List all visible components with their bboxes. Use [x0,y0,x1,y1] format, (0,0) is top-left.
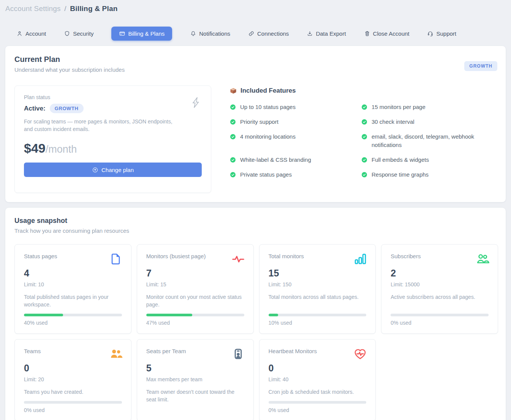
usage-card-description: Monitor count on your most active status… [146,293,244,308]
feature-item: email, slack, discord, telegram, webhook… [361,133,475,149]
download-icon [307,30,313,37]
tab-support[interactable]: Support [427,30,456,37]
usage-card-limit: Limit: 15 [146,281,244,287]
breadcrumb-section[interactable]: Account Settings [5,5,61,13]
users-filled-icon [109,347,123,361]
feature-item: White-label & CSS branding [229,156,343,164]
current-plan-card: Current Plan Understand what your subscr… [5,46,506,202]
included-features: Included Features Up to 10 status pages … [211,85,497,193]
plan-description: For scaling teams — more pages & monitor… [24,118,180,133]
check-circle-icon [361,156,368,163]
usage-card-value: 0 [24,363,122,374]
usage-card-percent: 0% used [269,407,367,413]
tab-label: Connections [257,30,289,37]
usage-card-title: Monitors (busiest page) [146,253,206,259]
tab-security[interactable]: Security [64,30,93,37]
tab-data-export[interactable]: Data Export [307,30,346,37]
usage-card-status-pages: Status pages 4 Limit: 10 Total published… [14,244,131,334]
usage-card-value: 15 [269,268,367,279]
progress-fill [146,314,192,316]
change-plan-label: Change plan [101,167,134,173]
bolt-icon [190,96,201,109]
heart-pulse-icon [353,347,367,361]
billing-page: Account Settings / Billing & Plan Accoun… [0,0,511,420]
usage-card-total-monitors: Total monitors 15 Limit: 150 Total monit… [259,244,376,334]
usage-card-percent: 0% used [24,407,122,413]
id-badge-icon [231,347,245,361]
tab-label: Close Account [373,30,410,37]
usage-card-value: 5 [146,363,244,374]
progress-track [24,314,122,316]
feature-item: 4 monitoring locations [229,133,343,149]
pulse-icon [231,252,245,266]
progress-track [146,314,244,316]
usage-card-value: 4 [24,268,122,279]
features-heading: Included Features [240,87,296,95]
check-circle-icon [229,171,236,178]
tab-connections[interactable]: Connections [248,30,289,37]
check-circle-icon [229,118,236,125]
check-circle-icon [361,104,368,111]
tab-label: Account [25,30,46,37]
plan-status-value: Active: [24,105,46,112]
progress-track [269,401,367,404]
usage-card-description: Cron job & scheduled task monitors. [269,388,367,396]
progress-fill [24,314,63,316]
usage-card-description: Total monitors across all status pages. [269,293,367,301]
progress-track [391,314,489,316]
progress-fill [269,314,278,316]
headset-icon [427,30,433,37]
tab-notifications[interactable]: Notifications [190,30,230,37]
usage-card-teams: Teams 0 Limit: 20 Teams you have created… [14,339,131,420]
usage-card-percent: 47% used [146,320,244,326]
breadcrumb: Account Settings / Billing & Plan [5,4,506,13]
feature-item: Priority support [229,118,343,126]
price-amount: $49 [24,141,46,155]
user-icon [16,30,23,37]
usage-card-percent: 10% used [269,320,367,326]
tab-billing-plans[interactable]: Billing & Plans [111,27,172,41]
tab-account[interactable]: Account [16,30,46,37]
feature-item: Response time graphs [361,171,475,179]
usage-card-title: Seats per Team [146,348,186,354]
trash-icon [364,30,370,37]
usage-card-description: Teams you have created. [24,388,122,396]
tab-label: Data Export [316,30,346,37]
feature-item: Up to 10 status pages [229,103,343,111]
feature-item: Full embeds & widgets [361,156,475,164]
current-plan-title: Current Plan [14,55,497,64]
breadcrumb-separator: / [64,5,66,13]
usage-card-percent: 40% used [24,320,122,326]
plan-status-label: Plan status [24,94,202,100]
plan-price: $49/month [24,141,202,156]
progress-track [24,401,122,404]
usage-card-seats-per-team: Seats per Team 5 Max members per team Te… [137,339,254,420]
usage-card-subscribers: Subscribers 2 Limit: 15000 Active subscr… [381,244,498,334]
settings-tabs: Account Security Billing & Plans Notific… [16,26,506,41]
usage-card-limit: Limit: 10 [24,281,122,287]
feature-item: Private status pages [229,171,343,179]
check-circle-icon [361,118,368,125]
usage-card-value: 7 [146,268,244,279]
tab-close-account[interactable]: Close Account [364,30,410,37]
file-icon [109,252,123,266]
usage-card-description: Total published status pages in your wor… [24,293,122,308]
change-plan-button[interactable]: Change plan [24,163,202,177]
usage-card-percent: 0% used [391,320,489,326]
usage-card-value: 0 [269,363,367,374]
usage-card-title: Subscribers [391,253,421,259]
feature-item: 15 monitors per page [361,103,475,111]
link-icon [248,30,255,37]
tab-label: Security [73,30,93,37]
tab-label: Billing & Plans [128,30,165,37]
usage-card-title: Status pages [24,253,57,259]
current-plan-subtitle: Understand what your subscription includ… [14,66,497,73]
price-period: /month [46,144,77,155]
bell-icon [190,30,196,37]
page-title: Billing & Plan [70,5,117,13]
usage-card-description: Team owner doesn't count toward the seat… [146,388,244,403]
usage-card-heartbeat-monitors: Heartbeat Monitors 0 Limit: 40 Cron job … [259,339,376,420]
usage-snapshot-card: Usage snapshot Track how you are consumi… [5,207,506,420]
plan-tier-badge: GROWTH [50,104,84,113]
usage-card-limit: Limit: 20 [24,376,122,382]
